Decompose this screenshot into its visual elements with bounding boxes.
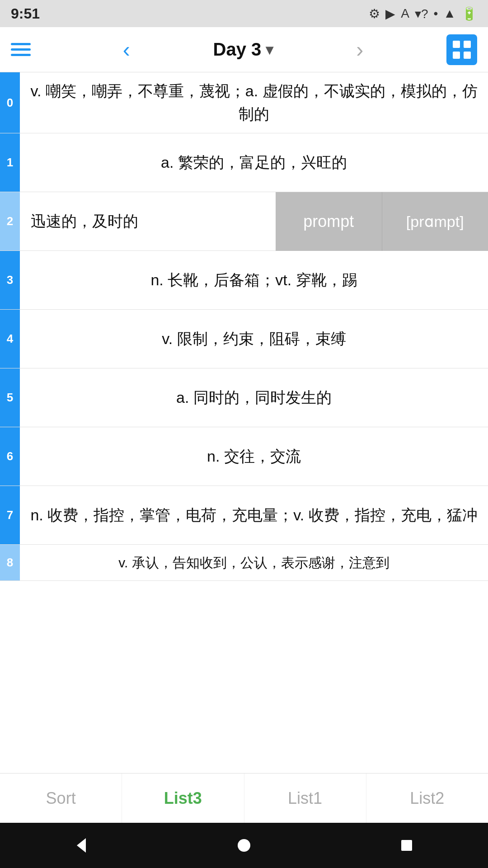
grid-icon <box>452 40 472 60</box>
status-time: 9:51 <box>11 5 40 22</box>
tab-sort[interactable]: Sort <box>0 774 122 823</box>
word-row[interactable]: 4v. 限制，约束，阻碍，束缚 <box>0 310 488 368</box>
word-index: 0 <box>0 72 20 133</box>
system-nav <box>0 823 488 868</box>
sys-recent-button[interactable] <box>393 832 420 859</box>
word-index: 4 <box>0 310 20 368</box>
sys-home-icon <box>235 836 253 854</box>
svg-point-5 <box>238 839 250 852</box>
word-row[interactable]: 2迅速的，及时的prompt[prɑmpt] <box>0 192 488 251</box>
play-icon: ▶ <box>385 6 395 21</box>
svg-rect-2 <box>453 52 460 59</box>
svg-rect-6 <box>401 840 412 851</box>
word-row[interactable]: 3n. 长靴，后备箱；vt. 穿靴，踢 <box>0 251 488 310</box>
signal-icon: ▲ <box>443 6 456 21</box>
word-list: 0v. 嘲笑，嘲弄，不尊重，蔑视；a. 虚假的，不诚实的，模拟的，仿制的1a. … <box>0 72 488 773</box>
tab-list2[interactable]: List2 <box>366 774 488 823</box>
sys-recent-icon <box>398 836 416 854</box>
sys-back-icon <box>72 836 90 854</box>
word-index: 5 <box>0 368 20 427</box>
svg-rect-1 <box>464 41 471 48</box>
tab-list3[interactable]: List3 <box>122 774 244 823</box>
wifi-icon: ▾? <box>415 6 428 21</box>
word-index: 8 <box>0 545 20 580</box>
grid-view-button[interactable] <box>446 34 477 65</box>
bottom-tabs: SortList3List1List2 <box>0 773 488 823</box>
svg-rect-0 <box>453 41 460 48</box>
word-definition: v. 限制，约束，阻碍，束缚 <box>20 310 488 368</box>
battery-icon: 🔋 <box>461 6 477 21</box>
chevron-down-icon: ▾ <box>266 41 273 58</box>
word-row[interactable]: 7n. 收费，指控，掌管，电荷，充电量；v. 收费，指控，充电，猛冲 <box>0 486 488 545</box>
svg-marker-4 <box>77 838 86 853</box>
gear-icon: ⚙ <box>369 6 380 21</box>
word-index: 2 <box>0 192 20 250</box>
sys-home-button[interactable] <box>230 832 258 859</box>
word-definition: n. 收费，指控，掌管，电荷，充电量；v. 收费，指控，充电，猛冲 <box>20 486 488 544</box>
top-nav: ‹ Day 3 ▾ › <box>0 27 488 72</box>
word-definition: n. 长靴，后备箱；vt. 穿靴，踢 <box>20 251 488 309</box>
font-icon: A <box>401 6 409 21</box>
word-index: 1 <box>0 133 20 192</box>
day-title-text: Day 3 <box>213 39 262 60</box>
word-definition: a. 同时的，同时发生的 <box>20 368 488 427</box>
word-row[interactable]: 5a. 同时的，同时发生的 <box>0 368 488 427</box>
popup-word-text: prompt <box>276 192 382 251</box>
sys-back-button[interactable] <box>68 832 95 859</box>
word-row[interactable]: 1a. 繁荣的，富足的，兴旺的 <box>0 133 488 192</box>
word-row[interactable]: 0v. 嘲笑，嘲弄，不尊重，蔑视；a. 虚假的，不诚实的，模拟的，仿制的 <box>0 72 488 133</box>
next-button[interactable]: › <box>356 39 363 61</box>
svg-rect-3 <box>464 52 471 59</box>
status-icons: ⚙ ▶ A ▾? • ▲ 🔋 <box>369 6 477 21</box>
word-definition: a. 繁荣的，富足的，兴旺的 <box>20 133 488 192</box>
word-index: 7 <box>0 486 20 544</box>
back-button[interactable]: ‹ <box>123 39 130 61</box>
status-bar: 9:51 ⚙ ▶ A ▾? • ▲ 🔋 <box>0 0 488 27</box>
menu-button[interactable] <box>11 43 31 56</box>
word-definition: v. 承认，告知收到，公认，表示感谢，注意到 <box>20 545 488 580</box>
tab-list1[interactable]: List1 <box>244 774 366 823</box>
dot-icon: • <box>433 6 438 21</box>
word-index: 3 <box>0 251 20 309</box>
word-index: 6 <box>0 427 20 486</box>
word-definition: v. 嘲笑，嘲弄，不尊重，蔑视；a. 虚假的，不诚实的，模拟的，仿制的 <box>20 72 488 133</box>
word-row[interactable]: 6n. 交往，交流 <box>0 427 488 486</box>
popup-phonetic-text: [prɑmpt] <box>382 192 488 251</box>
word-row[interactable]: 8v. 承认，告知收到，公认，表示感谢，注意到 <box>0 545 488 581</box>
day-title[interactable]: Day 3 ▾ <box>213 39 273 60</box>
word-popup[interactable]: prompt[prɑmpt] <box>276 192 488 251</box>
word-definition: n. 交往，交流 <box>20 427 488 486</box>
